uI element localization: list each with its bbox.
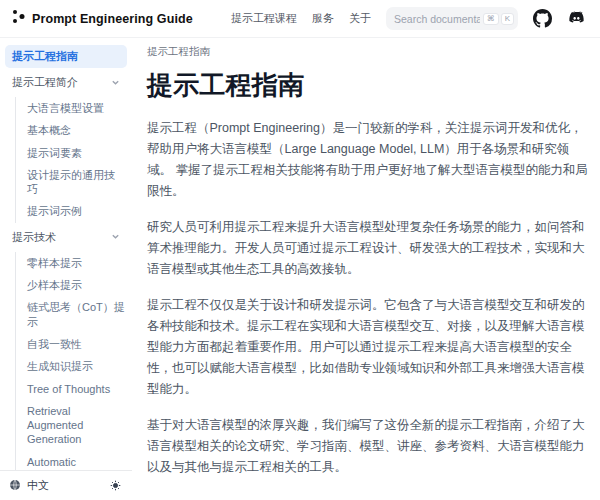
dots-logo-icon — [12, 8, 25, 29]
paragraph-1: 提示工程（Prompt Engineering）是一门较新的学科，关注提示词开发… — [147, 118, 590, 202]
sidebar-item-examples[interactable]: 提示词示例 — [16, 200, 127, 222]
chevron-down-icon — [111, 231, 120, 243]
sidebar-item-intro[interactable]: 提示工程简介 — [5, 71, 127, 94]
shortcut-key-k: K — [501, 13, 514, 25]
sidebar-item-knowledge[interactable]: 生成知识提示 — [16, 355, 127, 377]
globe-icon — [9, 479, 21, 493]
paragraph-4: 基于对大语言模型的浓厚兴趣，我们编写了这份全新的提示工程指南，介绍了大语言模型相… — [147, 415, 590, 478]
sidebar-item-label: 提示工程简介 — [12, 75, 78, 90]
sidebar: 提示工程指南 提示工程简介 大语言模型设置 基本概念 提示词要素 设计提示的通用… — [0, 38, 132, 500]
sidebar-item-basics[interactable]: 基本概念 — [16, 119, 127, 141]
chevron-down-icon — [111, 77, 120, 89]
main-content: 提示工程指南 提示工程指南 提示工程（Prompt Engineering）是一… — [132, 38, 600, 500]
header-nav: 提示工程课程 服务 关于 ⌘ K — [231, 7, 586, 30]
sidebar-item-zeroshot[interactable]: 零样本提示 — [16, 252, 127, 274]
sidebar-item-elements[interactable]: 提示词要素 — [16, 142, 127, 164]
breadcrumb: 提示工程指南 — [147, 45, 590, 59]
sidebar-intro-children: 大语言模型设置 基本概念 提示词要素 设计提示的通用技巧 提示词示例 — [15, 97, 127, 223]
discord-icon[interactable] — [567, 9, 586, 28]
nav-link-services[interactable]: 服务 — [312, 11, 334, 26]
sidebar-item-tot[interactable]: Tree of Thoughts — [16, 378, 127, 400]
nav-link-about[interactable]: 关于 — [349, 11, 371, 26]
sidebar-item-label: 提示技术 — [12, 230, 56, 245]
theme-toggle-sun-icon[interactable] — [110, 480, 121, 491]
shortcut-key-cmd: ⌘ — [483, 13, 499, 25]
sidebar-tech-children: 零样本提示 少样本提示 链式思考（CoT）提示 自我一致性 生成知识提示 Tre… — [15, 252, 127, 470]
search-field[interactable] — [394, 13, 480, 25]
sidebar-footer: 中文 — [0, 470, 132, 500]
sidebar-nav: 提示工程指南 提示工程简介 大语言模型设置 基本概念 提示词要素 设计提示的通用… — [0, 38, 132, 470]
search-input[interactable]: ⌘ K — [386, 7, 518, 30]
sidebar-item-cot[interactable]: 链式思考（CoT）提示 — [16, 296, 127, 333]
language-selector[interactable]: 中文 — [9, 478, 49, 493]
paragraph-3: 提示工程不仅仅是关于设计和研发提示词。它包含了与大语言模型交互和研发的各种技能和… — [147, 295, 590, 400]
language-label: 中文 — [27, 478, 49, 493]
search-shortcut: ⌘ K — [483, 13, 514, 25]
sidebar-item-art[interactable]: Automatic Reasoning and Tool-use — [16, 451, 127, 470]
paragraph-2: 研究人员可利用提示工程来提升大语言模型处理复杂任务场景的能力，如问答和算术推理能… — [147, 217, 590, 280]
top-header: Prompt Engineering Guide 提示工程课程 服务 关于 ⌘ … — [0, 0, 600, 38]
site-logo[interactable]: Prompt Engineering Guide — [12, 8, 193, 29]
github-icon[interactable] — [533, 9, 552, 28]
sidebar-item-general-tips[interactable]: 设计提示的通用技巧 — [16, 164, 127, 201]
site-title: Prompt Engineering Guide — [32, 12, 193, 26]
nav-link-course[interactable]: 提示工程课程 — [231, 11, 297, 26]
page-title: 提示工程指南 — [147, 68, 590, 103]
sidebar-item-guide[interactable]: 提示工程指南 — [5, 45, 127, 68]
sidebar-item-techniques[interactable]: 提示技术 — [5, 226, 127, 249]
sidebar-item-llm-settings[interactable]: 大语言模型设置 — [16, 97, 127, 119]
sidebar-item-label: 提示工程指南 — [12, 49, 78, 64]
sidebar-item-rag[interactable]: Retrieval Augmented Generation — [16, 400, 127, 451]
sidebar-item-fewshot[interactable]: 少样本提示 — [16, 274, 127, 296]
sidebar-item-consistency[interactable]: 自我一致性 — [16, 333, 127, 355]
